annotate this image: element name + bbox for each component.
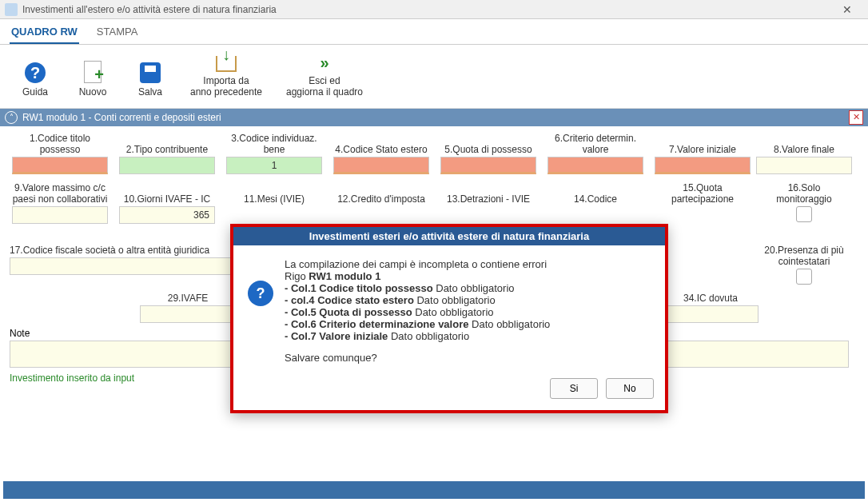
lbl-c11: 11.Mesi (IVIE) bbox=[244, 181, 305, 205]
delete-row-button[interactable]: ✕ bbox=[849, 110, 863, 125]
input-c29[interactable] bbox=[140, 305, 236, 323]
validation-dialog: Investimenti esteri e/o attività estere … bbox=[230, 224, 668, 413]
ribbon: ? Guida Nuovo Salva Importa da anno prec… bbox=[0, 45, 868, 109]
question-icon: ? bbox=[248, 281, 273, 306]
lbl-c3: 3.Codice individuaz. bene bbox=[224, 131, 325, 155]
input-c4[interactable] bbox=[333, 157, 429, 174]
dialog-message: La compilazione dei campi è incompleta o… bbox=[285, 258, 550, 364]
window-close-button[interactable]: ✕ bbox=[831, 3, 863, 16]
lbl-c14: 14.Codice bbox=[574, 181, 617, 205]
input-c34[interactable] bbox=[663, 305, 759, 323]
input-c3[interactable]: 1 bbox=[226, 157, 322, 174]
window-title: Investimenti all'estero e/o attività est… bbox=[22, 4, 831, 15]
checkbox-c16[interactable] bbox=[796, 206, 812, 222]
dlg-line1: La compilazione dei campi è incompleta o… bbox=[285, 258, 550, 270]
form-row-1: 1.Codice titolo possesso 2.Tipo contribu… bbox=[0, 126, 868, 176]
checkbox-c20[interactable] bbox=[796, 269, 812, 285]
lbl-c8: 8.Valore finale bbox=[774, 131, 834, 155]
form-row-2: 9.Valore massimo c/c paesi non collabora… bbox=[0, 176, 868, 225]
input-c10[interactable]: 365 bbox=[119, 206, 215, 224]
dlg-err5: - Col.7 Valore iniziale Dato obbligatori… bbox=[285, 330, 550, 342]
lbl-c5: 5.Quota di possesso bbox=[444, 131, 532, 155]
dialog-yes-button[interactable]: Si bbox=[550, 378, 598, 399]
lbl-c12: 12.Credito d'imposta bbox=[337, 181, 425, 205]
ribbon-tabs: QUADRO RW STAMPA bbox=[0, 19, 868, 45]
salva-label: Salva bbox=[138, 86, 162, 98]
lbl-c1: 1.Codice titolo possesso bbox=[10, 131, 110, 155]
lbl-c15: 15.Quota partecipazione bbox=[652, 181, 753, 205]
lbl-c2: 2.Tipo contribuente bbox=[126, 131, 208, 155]
lbl-c20: 20.Presenza di più cointestatari bbox=[759, 243, 849, 267]
tab-stampa[interactable]: STAMPA bbox=[95, 22, 140, 44]
dlg-err2: - col.4 Codice stato estero Dato obbliga… bbox=[285, 294, 550, 306]
tab-quadro-rw[interactable]: QUADRO RW bbox=[10, 22, 79, 44]
window-titlebar: Investimenti all'estero e/o attività est… bbox=[0, 0, 868, 19]
input-c2[interactable] bbox=[119, 157, 215, 174]
dlg-err4: - Col.6 Criterio determinazione valore D… bbox=[285, 318, 550, 330]
lbl-c10: 10.Giorni IVAFE - IC bbox=[124, 181, 210, 205]
lbl-c17: 17.Codice fiscale società o altra entità… bbox=[10, 243, 209, 256]
lbl-c34: 34.IC dovuta bbox=[683, 291, 738, 304]
dlg-err1: - Col.1 Codice titolo possesso Dato obbl… bbox=[285, 282, 550, 294]
collapse-toggle[interactable]: ˄ bbox=[5, 111, 18, 124]
input-c9[interactable] bbox=[12, 206, 108, 224]
import-icon bbox=[216, 56, 237, 72]
lbl-c29: 29.IVAFE bbox=[168, 291, 208, 304]
lbl-c4: 4.Codice Stato estero bbox=[335, 131, 427, 155]
new-document-icon bbox=[84, 61, 102, 83]
guida-button[interactable]: ? Guida bbox=[10, 50, 61, 102]
nuovo-button[interactable]: Nuovo bbox=[67, 50, 118, 102]
dialog-title: Investimenti esteri e/o attività estere … bbox=[233, 227, 665, 245]
dialog-no-button[interactable]: No bbox=[606, 378, 654, 399]
importa-label: Importa da anno precedente bbox=[190, 75, 262, 98]
app-icon bbox=[5, 3, 18, 16]
lbl-c13: 13.Detrazioni - IVIE bbox=[447, 181, 530, 205]
input-c5[interactable] bbox=[440, 157, 536, 174]
input-c8[interactable] bbox=[756, 157, 852, 174]
guida-label: Guida bbox=[22, 86, 48, 98]
input-c6[interactable] bbox=[547, 157, 643, 174]
exit-icon: » bbox=[320, 53, 328, 72]
salva-button[interactable]: Salva bbox=[125, 50, 176, 102]
dlg-prompt: Salvare comunque? bbox=[285, 352, 550, 364]
lbl-c6: 6.Criterio determin. valore bbox=[545, 131, 646, 155]
input-c1[interactable] bbox=[12, 157, 108, 174]
nuovo-label: Nuovo bbox=[79, 86, 107, 98]
lbl-c9: 9.Valore massimo c/c paesi non collabora… bbox=[10, 181, 110, 205]
section-title: RW1 modulo 1 - Conti correnti e depositi… bbox=[22, 112, 221, 123]
input-c7[interactable] bbox=[655, 157, 751, 174]
lbl-c16: 16.Solo monitoraggio bbox=[759, 181, 849, 205]
dlg-err3: - Col.5 Quota di possesso Dato obbligato… bbox=[285, 306, 550, 318]
lbl-c7: 7.Valore iniziale bbox=[669, 131, 736, 155]
importa-button[interactable]: Importa da anno precedente bbox=[182, 50, 270, 102]
section-header: ˄ RW1 modulo 1 - Conti correnti e deposi… bbox=[0, 109, 868, 126]
dlg-line2: Rigo RW1 modulo 1 bbox=[285, 270, 550, 282]
help-icon: ? bbox=[25, 62, 46, 83]
esci-label: Esci ed aggiorna il quadro bbox=[286, 75, 363, 98]
save-icon bbox=[140, 62, 161, 83]
esci-button[interactable]: » Esci ed aggiorna il quadro bbox=[277, 50, 372, 102]
footer-bar bbox=[3, 481, 865, 499]
